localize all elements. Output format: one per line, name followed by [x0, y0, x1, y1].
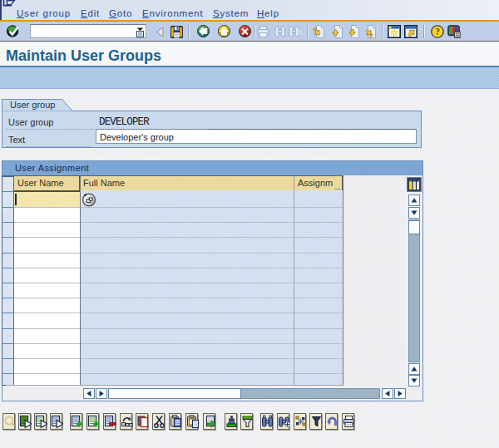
svg-text:?: ?: [435, 26, 440, 37]
